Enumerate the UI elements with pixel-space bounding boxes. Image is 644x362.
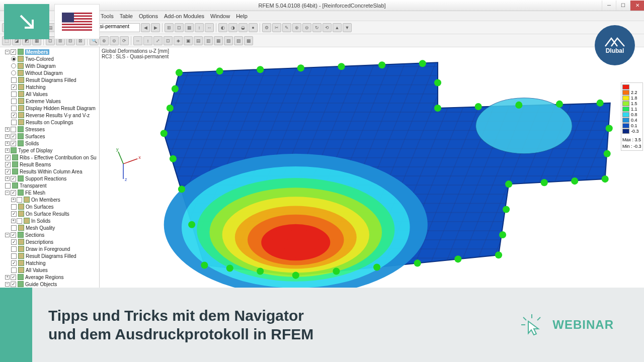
- tool-icon[interactable]: ◀: [141, 23, 150, 32]
- tree-drawinforeground[interactable]: Draw in Foreground: [1, 245, 98, 252]
- tree-typeofdisplay[interactable]: +Type of Display: [1, 147, 98, 154]
- menu-addon[interactable]: Add-on Modules: [164, 13, 204, 19]
- close-button[interactable]: ✕: [630, 1, 644, 11]
- tree-displayhidden[interactable]: Display Hidden Result Diagram: [1, 105, 98, 112]
- deformation-plot: x y z: [100, 47, 644, 301]
- svg-point-32: [499, 231, 506, 238]
- minimize-button[interactable]: ─: [602, 1, 616, 11]
- menu-options[interactable]: Options: [139, 13, 158, 19]
- svg-point-34: [454, 255, 461, 262]
- tree-femesh[interactable]: −FE Mesh: [1, 189, 98, 196]
- tree-hatching[interactable]: Hatching: [1, 83, 98, 90]
- tool-icon[interactable]: ⊕: [292, 23, 301, 32]
- tree-reverse[interactable]: Reverse Results V-y and V-z: [1, 112, 98, 119]
- menu-tools[interactable]: Tools: [101, 13, 114, 19]
- tree-twocolored[interactable]: Two-Colored: [1, 55, 98, 62]
- tree-solids[interactable]: +Solids: [1, 140, 98, 147]
- tool-icon[interactable]: ▧: [224, 36, 233, 45]
- tree-extremevalues[interactable]: Extreme Values: [1, 98, 98, 105]
- menu-window[interactable]: Window: [210, 13, 230, 19]
- tree-withoutdiagram[interactable]: Without Diagram: [1, 69, 98, 76]
- tree-onsurfaceresults[interactable]: On Surface Results: [1, 210, 98, 217]
- viewport[interactable]: Global Deformations u-Z [mm] RC3 : SLS -…: [100, 47, 644, 301]
- tool-icon[interactable]: ◒: [238, 23, 248, 32]
- tree-resultdiagramsfilled2[interactable]: Result Diagrams Filled: [1, 252, 98, 259]
- tree-insolids[interactable]: +In Solids: [1, 217, 98, 224]
- svg-rect-61: [62, 13, 74, 22]
- tool-icon[interactable]: ✎: [282, 23, 291, 32]
- tool-icon[interactable]: ▩: [244, 36, 253, 45]
- tool-icon[interactable]: ▼: [343, 23, 352, 32]
- svg-point-38: [292, 272, 299, 279]
- svg-rect-59: [62, 25, 92, 27]
- svg-line-48: [123, 159, 137, 164]
- tool-icon[interactable]: ◐: [218, 23, 227, 32]
- tool-icon[interactable]: ▥: [204, 36, 213, 45]
- tool-icon[interactable]: ⊖: [302, 23, 311, 32]
- tree-onmembers[interactable]: +On Members: [1, 196, 98, 203]
- tool-icon[interactable]: ◈: [174, 36, 183, 45]
- tool-icon[interactable]: ⊞: [165, 23, 174, 32]
- tool-icon[interactable]: ⚙: [262, 23, 271, 32]
- tool-icon[interactable]: ▦: [185, 23, 194, 32]
- tree-hatching2[interactable]: Hatching: [1, 259, 98, 266]
- svg-point-47: [172, 85, 179, 93]
- webinar-label: WEBINAR: [552, 318, 614, 332]
- tool-icon[interactable]: ↻: [312, 23, 321, 32]
- tool-icon[interactable]: ▶: [151, 23, 160, 32]
- window-controls: ─ ☐ ✕: [602, 1, 644, 11]
- tree-allvalues[interactable]: All Values: [1, 90, 98, 98]
- svg-point-29: [541, 179, 548, 186]
- tool-icon[interactable]: ◑: [228, 23, 237, 32]
- dlubal-logo: Dlubal: [595, 25, 635, 65]
- tool-icon[interactable]: ⤢: [153, 36, 163, 45]
- tool-icon[interactable]: ▤: [194, 36, 203, 45]
- tool-icon[interactable]: ⊖: [110, 36, 119, 45]
- navigator-tree: −Members Two-Colored With Diagram Withou…: [0, 47, 99, 301]
- tool-icon[interactable]: ⊕: [100, 36, 109, 45]
- tree-onsurfaces[interactable]: On Surfaces: [1, 203, 98, 210]
- tree-transparent[interactable]: Transparent: [1, 182, 98, 189]
- tree-resultswithincol[interactable]: Results Within Column Area: [1, 168, 98, 175]
- svg-point-23: [556, 101, 563, 108]
- maximize-button[interactable]: ☐: [616, 1, 630, 11]
- tool-icon[interactable]: ↔: [133, 36, 142, 45]
- tool-icon[interactable]: ▦: [214, 36, 223, 45]
- tree-guideobjects[interactable]: −Guide Objects: [1, 281, 98, 288]
- tree-meshquality[interactable]: Mesh Quality: [1, 224, 98, 231]
- tool-icon[interactable]: ↕: [195, 23, 204, 32]
- tree-surfaces[interactable]: +Surfaces: [1, 133, 98, 140]
- svg-point-37: [333, 267, 340, 275]
- tree-averageregions[interactable]: +Average Regions: [1, 274, 98, 281]
- tree-resultbeams[interactable]: Result Beams: [1, 161, 98, 168]
- tool-icon[interactable]: ⊡: [164, 36, 173, 45]
- tool-icon[interactable]: ↔: [205, 23, 214, 32]
- app-window: RFEM 5.04.0108 (64bit) - [ReinforcedConc…: [0, 0, 644, 288]
- tree-stresses[interactable]: +Stresses: [1, 126, 98, 133]
- tool-icon[interactable]: ⊡: [175, 23, 184, 32]
- tool-icon[interactable]: ●: [249, 23, 258, 32]
- svg-line-63: [523, 317, 526, 320]
- tree-sections[interactable]: −Sections: [1, 231, 98, 238]
- tool-icon[interactable]: ▨: [234, 36, 243, 45]
- menu-table[interactable]: Table: [120, 13, 133, 19]
- svg-point-46: [167, 105, 174, 112]
- tool-icon[interactable]: ⟲: [323, 23, 332, 32]
- tool-icon[interactable]: ↕: [143, 36, 152, 45]
- tree-resultdiagramsfilled[interactable]: Result Diagrams Filled: [1, 76, 98, 83]
- tree-members[interactable]: −Members: [1, 48, 98, 55]
- tool-icon[interactable]: ▲: [333, 23, 342, 32]
- tree-ribs[interactable]: Ribs - Effective Contribution on Su: [1, 154, 98, 161]
- tree-withdiagram[interactable]: With Diagram: [1, 62, 98, 69]
- tree-allvalues2[interactable]: All Values: [1, 266, 98, 274]
- menu-help[interactable]: Help: [236, 13, 248, 19]
- tool-icon[interactable]: ✂: [272, 23, 281, 32]
- svg-point-24: [597, 100, 604, 107]
- tree-couplings[interactable]: Results on Couplings: [1, 119, 98, 126]
- tree-supportreactions[interactable]: +Support Reactions: [1, 175, 98, 182]
- tree-descriptions[interactable]: Descriptions: [1, 238, 98, 245]
- svg-point-16: [338, 63, 345, 70]
- tool-icon[interactable]: ⟳: [120, 36, 129, 45]
- banner-title: Tipps und Tricks mit dem Navigator und d…: [48, 306, 313, 344]
- tool-icon[interactable]: ▣: [184, 36, 193, 45]
